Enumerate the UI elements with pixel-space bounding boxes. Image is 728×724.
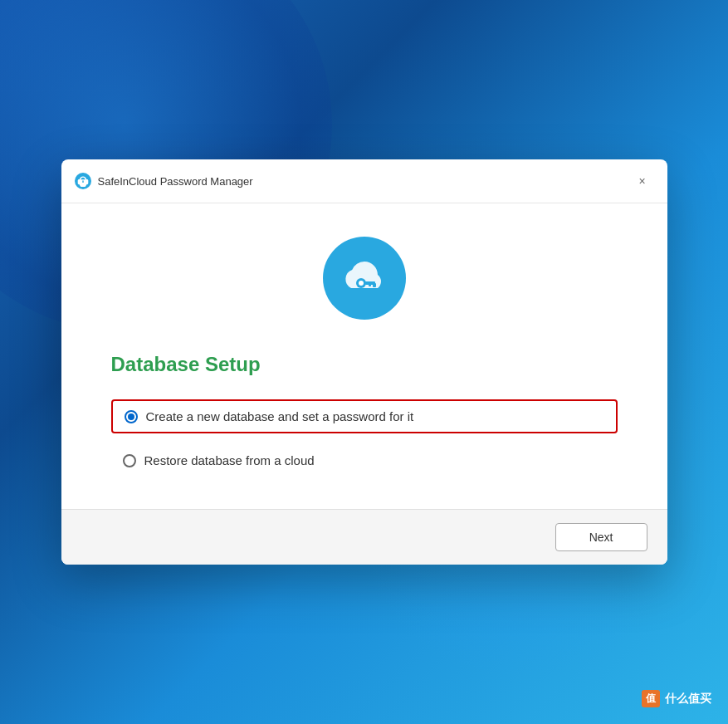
watermark-text: 什么值买	[665, 692, 711, 707]
logo-area	[111, 237, 618, 320]
option-restore-cloud-label: Restore database from a cloud	[144, 453, 315, 467]
svg-point-4	[359, 281, 364, 286]
svg-rect-2	[373, 283, 376, 287]
content-area: Database Setup Create a new database and…	[61, 203, 667, 476]
window-title: SafeInCloud Password Manager	[98, 175, 253, 188]
watermark-badge: 值	[642, 690, 660, 707]
option-restore-cloud[interactable]: Restore database from a cloud	[111, 445, 618, 476]
next-button[interactable]: Next	[555, 523, 647, 551]
footer: Next	[61, 509, 667, 565]
close-button[interactable]: ×	[631, 169, 654, 193]
option-create-new-label: Create a new database and set a password…	[146, 409, 414, 423]
main-window: SafeInCloud Password Manager × Datab	[61, 159, 667, 565]
radio-restore-cloud[interactable]	[123, 454, 136, 467]
cloud-key-icon	[338, 252, 391, 305]
svg-rect-3	[369, 283, 371, 286]
app-icon	[75, 173, 91, 189]
option-create-new[interactable]: Create a new database and set a password…	[111, 399, 618, 433]
options-area: Create a new database and set a password…	[111, 399, 618, 476]
app-icon-svg	[77, 175, 89, 187]
logo-circle	[323, 237, 406, 320]
watermark: 值 什么值买	[642, 690, 711, 707]
section-title: Database Setup	[111, 353, 261, 376]
radio-create-new[interactable]	[125, 410, 138, 423]
title-bar: SafeInCloud Password Manager ×	[61, 159, 667, 203]
title-left: SafeInCloud Password Manager	[75, 173, 253, 189]
